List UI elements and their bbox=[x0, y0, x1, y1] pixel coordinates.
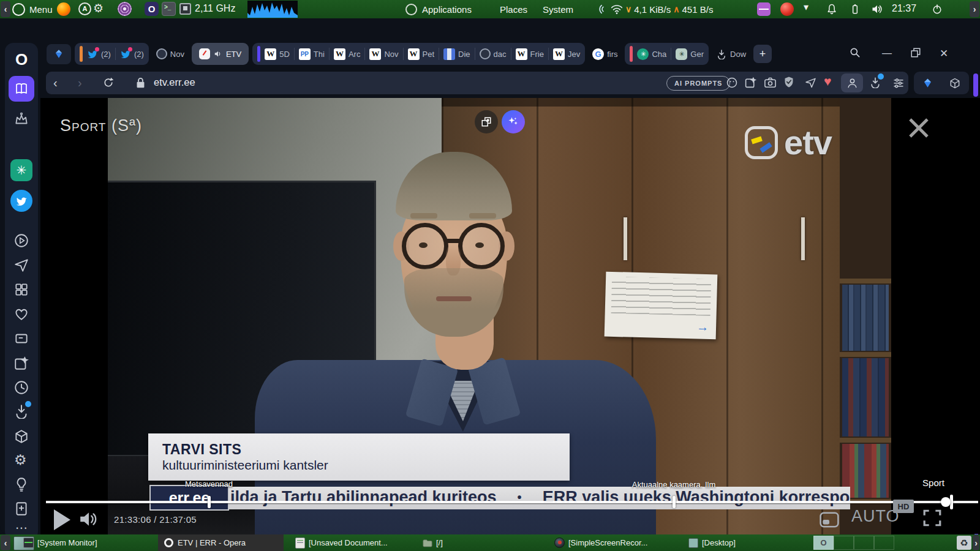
tab-die[interactable]: Die bbox=[443, 48, 470, 60]
opera-menu-button[interactable]: O bbox=[5, 50, 38, 69]
sidebar-pinboard-button[interactable] bbox=[13, 355, 29, 371]
tab-openai[interactable]: ✳ Ger bbox=[676, 48, 704, 60]
seek-bar[interactable] bbox=[46, 501, 978, 503]
cpu-chip-icon[interactable] bbox=[179, 3, 191, 15]
applications-menu[interactable]: Applications bbox=[405, 0, 472, 18]
tab-nov2[interactable]: WNov bbox=[369, 48, 398, 60]
feedback-button[interactable] bbox=[726, 77, 738, 89]
tab-downloads[interactable]: Dow bbox=[712, 48, 750, 59]
play-button[interactable] bbox=[54, 509, 70, 530]
battery-indicator[interactable] bbox=[849, 3, 861, 15]
taskbar-collapse-button[interactable]: ‹ bbox=[1, 535, 10, 550]
adblock-button[interactable] bbox=[783, 76, 795, 89]
sidebar-chatgpt-button[interactable]: ✳ bbox=[10, 159, 32, 181]
vpn-diamond-icon[interactable] bbox=[922, 77, 933, 89]
maximize-button[interactable] bbox=[910, 47, 921, 58]
sidebar-news-button[interactable] bbox=[13, 331, 29, 347]
terminal-icon[interactable]: >_ bbox=[162, 2, 176, 16]
sidebar-history-button[interactable] bbox=[13, 380, 29, 395]
tab-twitter-2[interactable]: (2) bbox=[120, 48, 144, 59]
sidebar-messenger-button[interactable] bbox=[13, 257, 29, 273]
workspace-2[interactable] bbox=[834, 536, 854, 550]
downloads-button[interactable] bbox=[869, 76, 881, 88]
system-menu[interactable]: System bbox=[543, 0, 573, 18]
screen-recorder-tray-icon[interactable] bbox=[757, 2, 771, 16]
firefox-icon[interactable] bbox=[57, 2, 70, 16]
popout-button[interactable] bbox=[475, 110, 498, 133]
workspace-1-active[interactable]: O bbox=[813, 536, 834, 550]
cube-icon[interactable] bbox=[949, 77, 961, 89]
taskbar-window-recorder[interactable]: [SimpleScreenRecor... bbox=[554, 534, 647, 551]
gears-icon[interactable]: ⚙ bbox=[93, 1, 104, 15]
search-tool-icon[interactable]: A bbox=[78, 2, 91, 15]
dropdown-indicator-icon[interactable]: ▾ bbox=[804, 1, 809, 13]
taskbar-window-system-monitor[interactable]: [System Monitor] bbox=[23, 534, 97, 551]
url-text[interactable]: etv.err.ee bbox=[154, 77, 195, 88]
taskbar-expand-button[interactable]: › bbox=[973, 535, 979, 550]
extensions-button[interactable] bbox=[892, 77, 905, 89]
sidebar-tips-button[interactable] bbox=[13, 476, 29, 492]
profile-button[interactable] bbox=[841, 73, 863, 92]
chapter-marker[interactable] bbox=[208, 496, 211, 508]
sidebar-twitter-button[interactable] bbox=[10, 190, 32, 212]
sidebar-extensions-button[interactable] bbox=[13, 429, 29, 444]
reload-button[interactable] bbox=[102, 77, 115, 89]
volume-button[interactable] bbox=[78, 511, 98, 528]
pinned-vpn-tab[interactable] bbox=[47, 44, 71, 64]
record-indicator-icon[interactable] bbox=[780, 2, 794, 16]
taskbar-window-desktop[interactable]: [Desktop] bbox=[688, 534, 736, 551]
new-tab-button[interactable]: + bbox=[753, 45, 772, 63]
forward-button[interactable]: › bbox=[78, 75, 82, 90]
player-close-button[interactable] bbox=[904, 113, 933, 143]
taskbar-window-document[interactable]: [Unsaved Document... bbox=[295, 534, 388, 551]
sidebar-favorites-button[interactable] bbox=[13, 306, 29, 322]
tab-etv-active[interactable]: ETV bbox=[192, 43, 249, 65]
pip-button[interactable] bbox=[820, 512, 839, 528]
close-window-button[interactable]: ✕ bbox=[940, 47, 948, 60]
tab-thi[interactable]: PPThi bbox=[299, 48, 325, 60]
snapshot-button[interactable] bbox=[764, 77, 777, 88]
seek-handle[interactable] bbox=[941, 497, 951, 507]
network-graph-applet[interactable] bbox=[247, 1, 298, 18]
back-button[interactable]: ‹ bbox=[53, 75, 58, 90]
quality-button[interactable]: AUTO bbox=[851, 507, 900, 526]
tor-browser-icon[interactable] bbox=[118, 2, 132, 16]
workspace-3[interactable] bbox=[854, 536, 874, 550]
tab-nov[interactable]: Nov bbox=[153, 48, 188, 59]
sidebar-settings-button[interactable]: ⚙ bbox=[14, 452, 27, 468]
taskbar-window-root-folder[interactable]: [/] bbox=[423, 534, 443, 551]
scrollbar-thumb[interactable] bbox=[973, 73, 978, 97]
minimize-button[interactable]: — bbox=[882, 48, 892, 59]
workspace-4[interactable] bbox=[874, 536, 894, 550]
shutdown-indicator[interactable] bbox=[931, 3, 943, 15]
tab-group-bar-orange[interactable] bbox=[80, 46, 83, 62]
volume-indicator[interactable] bbox=[871, 3, 883, 15]
network-indicator[interactable]: ∨ 4,1 KiB/s ∧ 451 B/s bbox=[597, 0, 713, 18]
places-menu[interactable]: Places bbox=[500, 0, 527, 18]
sidebar-bookmarks-button[interactable] bbox=[13, 501, 29, 517]
chapter-marker[interactable] bbox=[673, 496, 676, 508]
sidebar-crown-button[interactable] bbox=[13, 111, 29, 127]
menu-button[interactable]: Menu bbox=[12, 0, 70, 18]
ai-prompts-button[interactable]: AI PROMPTS bbox=[666, 76, 730, 91]
fullscreen-button[interactable] bbox=[922, 509, 942, 527]
tab-chatgpt[interactable]: ✳ Cha bbox=[637, 48, 666, 60]
tab-arc[interactable]: WArc bbox=[334, 48, 361, 60]
opera-launcher-icon[interactable]: O bbox=[145, 2, 159, 16]
sidebar-more-button[interactable]: ⋯ bbox=[15, 520, 28, 535]
sidebar-player-button[interactable] bbox=[13, 233, 29, 249]
tab-firs[interactable]: G firs bbox=[589, 48, 621, 60]
tab-twitter-1[interactable]: (2) bbox=[87, 48, 111, 59]
tab-jev[interactable]: WJev bbox=[553, 48, 580, 60]
tab-dac[interactable]: dac bbox=[480, 48, 507, 59]
tab-pet[interactable]: WPet bbox=[408, 48, 435, 60]
taskbar-window-opera-active[interactable]: ETV | ERR - Opera bbox=[158, 534, 284, 551]
trash-applet[interactable]: ♻ bbox=[957, 536, 971, 550]
panel-expand-button[interactable]: › bbox=[970, 1, 979, 17]
tab-group-bar-indigo[interactable] bbox=[257, 46, 260, 62]
sidebar-apps-button[interactable] bbox=[13, 282, 29, 298]
sidebar-reading-button[interactable] bbox=[9, 76, 34, 102]
address-bar[interactable]: ‹ › etv.err.ee AI PROMPTS bbox=[46, 72, 908, 94]
tab-frie[interactable]: WFrie bbox=[516, 48, 544, 60]
tab-5d[interactable]: W5D bbox=[265, 48, 290, 60]
